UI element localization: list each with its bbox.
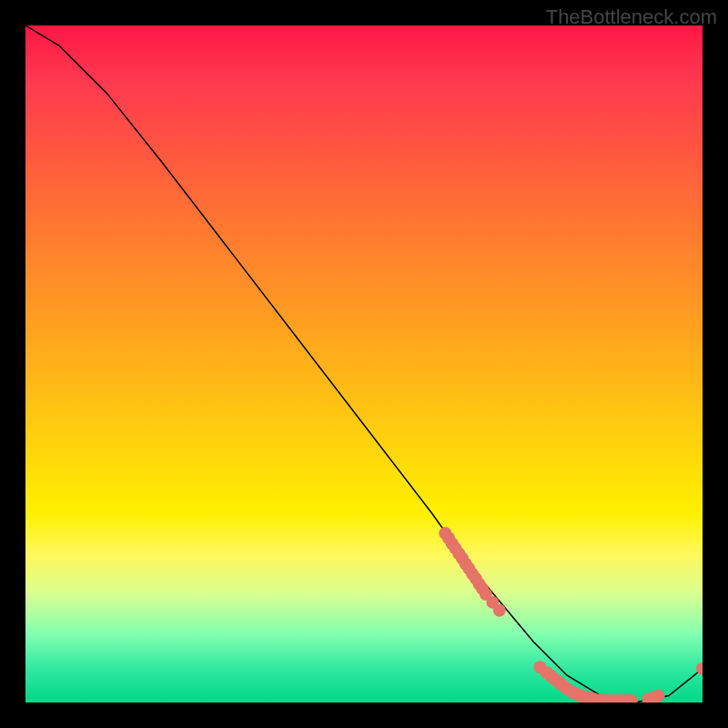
data-point: [493, 604, 506, 617]
data-point: [652, 690, 665, 703]
chart-svg: [25, 25, 703, 703]
chart-plot-area: [25, 25, 703, 703]
bottleneck-curve: [25, 25, 703, 703]
watermark-text: TheBottleneck.com: [546, 5, 717, 29]
data-points-group: [439, 527, 703, 703]
